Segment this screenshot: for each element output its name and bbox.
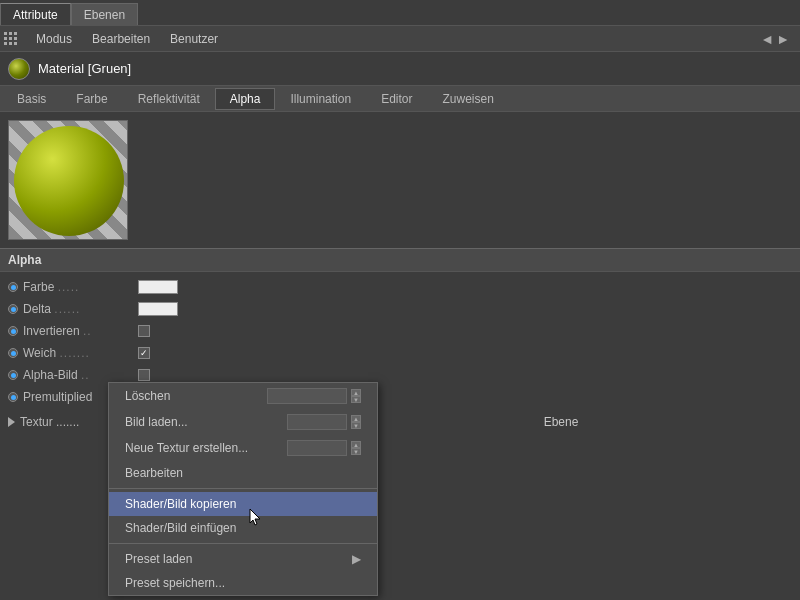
ctx-bild-laden[interactable]: Bild laden... ▲ ▼ <box>109 409 377 435</box>
tab-alpha[interactable]: Alpha <box>215 88 276 110</box>
preview-sphere <box>14 126 124 236</box>
material-header: Material [Gruen] <box>0 52 800 86</box>
menubar: Modus Bearbeiten Benutzer ◄► <box>0 26 800 52</box>
grid-icon <box>4 32 18 46</box>
tab-editor[interactable]: Editor <box>366 88 427 110</box>
menu-bearbeiten[interactable]: Bearbeiten <box>82 30 160 48</box>
ctx-bearbeiten[interactable]: Bearbeiten <box>109 461 377 485</box>
ctx-shader-einfuegen[interactable]: Shader/Bild einfügen <box>109 516 377 540</box>
tab-basis[interactable]: Basis <box>2 88 61 110</box>
material-preview-icon <box>8 58 30 80</box>
material-title: Material [Gruen] <box>38 61 131 76</box>
ctx-neue-textur[interactable]: Neue Textur erstellen... ▲ ▼ <box>109 435 377 461</box>
ebene-label: Ebene <box>330 415 792 429</box>
ctx-preset-laden[interactable]: Preset laden ▶ <box>109 547 377 571</box>
material-preview-box <box>8 120 128 240</box>
prop-label-farbe: Farbe ..... <box>8 280 138 294</box>
tab-illumination[interactable]: Illumination <box>275 88 366 110</box>
tab-reflektivitaet[interactable]: Reflektivität <box>123 88 215 110</box>
submenu-arrow-icon: ▶ <box>352 552 361 566</box>
prop-value-delta <box>138 302 178 316</box>
prop-value-farbe <box>138 280 178 294</box>
ctx-separator-1 <box>109 488 377 489</box>
radio-premultiplied[interactable] <box>8 392 18 402</box>
radio-invertieren[interactable] <box>8 326 18 336</box>
checkbox-weich[interactable] <box>138 347 150 359</box>
prop-value-alpha-bild <box>138 369 150 381</box>
menu-benutzer[interactable]: Benutzer <box>160 30 228 48</box>
alpha-section-header: Alpha <box>0 248 800 272</box>
menu-modus[interactable]: Modus <box>26 30 82 48</box>
prop-label-alpha-bild: Alpha-Bild .. <box>8 368 138 382</box>
radio-delta[interactable] <box>8 304 18 314</box>
checkbox-alpha-bild[interactable] <box>138 369 150 381</box>
radio-alpha-bild[interactable] <box>8 370 18 380</box>
radio-weich[interactable] <box>8 348 18 358</box>
ctx-loeschen[interactable]: Löschen ▲ ▼ <box>109 383 377 409</box>
prop-label-invertieren: Invertieren .. <box>8 324 138 338</box>
preview-area <box>0 112 800 248</box>
menu-collapse-arrow[interactable]: ◄► <box>760 31 796 47</box>
ctx-separator-2 <box>109 543 377 544</box>
top-tab-bar: Attribute Ebenen <box>0 0 800 26</box>
tab-ebenen[interactable]: Ebenen <box>71 3 138 25</box>
ctx-shader-kopieren[interactable]: Shader/Bild kopieren <box>109 492 377 516</box>
prop-label-weich: Weich ....... <box>8 346 138 360</box>
tab-farbe[interactable]: Farbe <box>61 88 122 110</box>
prop-row-delta: Delta ...... <box>0 298 800 320</box>
prop-row-invertieren: Invertieren .. <box>0 320 800 342</box>
ctx-preset-speichern[interactable]: Preset speichern... <box>109 571 377 595</box>
prop-row-farbe: Farbe ..... <box>0 276 800 298</box>
radio-farbe[interactable] <box>8 282 18 292</box>
prop-value-weich <box>138 347 150 359</box>
tab-zuweisen[interactable]: Zuweisen <box>428 88 509 110</box>
checkbox-invertieren[interactable] <box>138 325 150 337</box>
sub-tab-bar: Basis Farbe Reflektivität Alpha Illumina… <box>0 86 800 112</box>
prop-row-weich: Weich ....... <box>0 342 800 364</box>
triangle-icon <box>8 417 15 427</box>
prop-label-delta: Delta ...... <box>8 302 138 316</box>
color-swatch-farbe[interactable] <box>138 280 178 294</box>
color-swatch-delta[interactable] <box>138 302 178 316</box>
tab-attribute[interactable]: Attribute <box>0 3 71 25</box>
prop-value-invertieren <box>138 325 150 337</box>
context-menu: Löschen ▲ ▼ Bild laden... ▲ ▼ Neue Textu… <box>108 382 378 596</box>
